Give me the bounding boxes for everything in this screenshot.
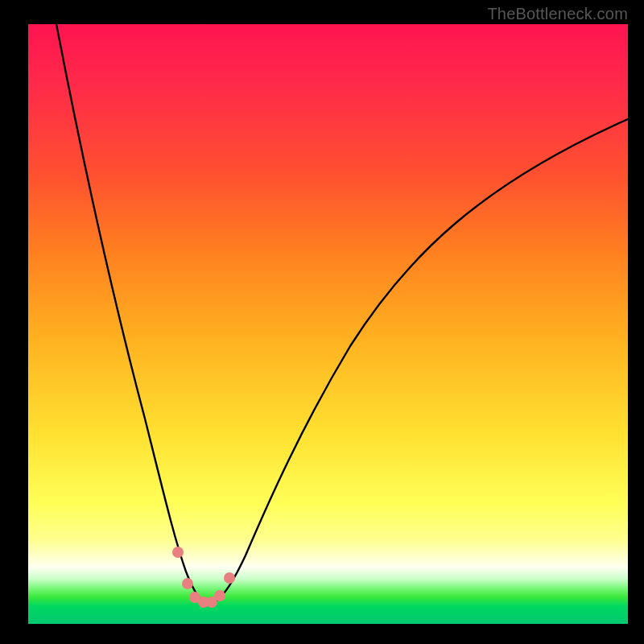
- bottleneck-curve-path: [56, 24, 628, 603]
- svg-point-0: [172, 547, 184, 558]
- svg-point-6: [224, 572, 235, 584]
- watermark-text: TheBottleneck.com: [487, 5, 628, 23]
- bottleneck-curve-svg: [28, 24, 628, 624]
- svg-point-1: [182, 578, 193, 589]
- svg-point-5: [214, 590, 225, 601]
- highlight-dots: [172, 547, 235, 608]
- chart-plot-area: [28, 24, 628, 624]
